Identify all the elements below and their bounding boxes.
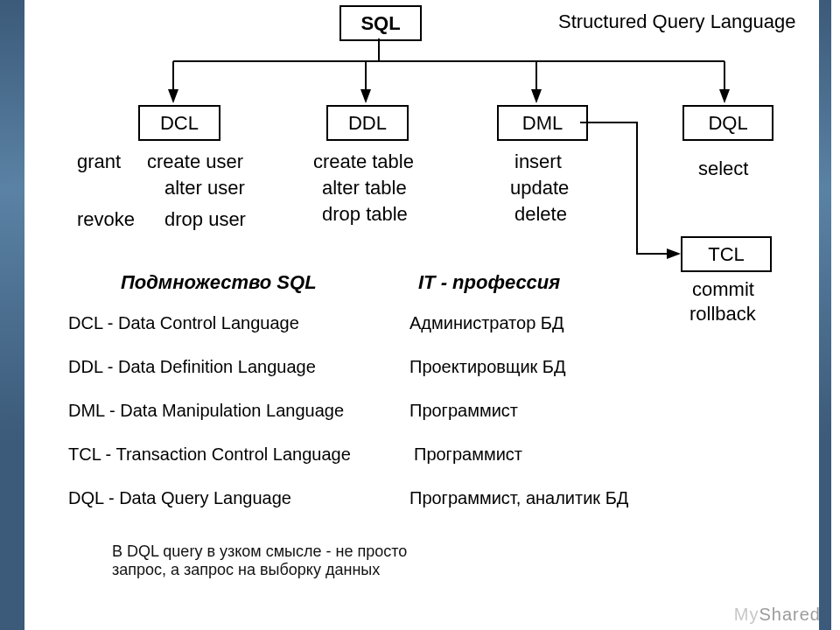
prof-3: Программист	[414, 444, 522, 465]
node-dql-label: DQL	[708, 112, 747, 134]
dcl-cmd-alteru: alter user	[164, 177, 245, 200]
node-dml: DML	[497, 105, 588, 141]
node-dql: DQL	[682, 105, 774, 141]
watermark-b: Shared	[760, 605, 822, 624]
slide-body: SQL Structured Query Language DCL DDL DM…	[24, 0, 840, 630]
node-ddl: DDL	[326, 105, 409, 141]
footnote: В DQL query в узком смысле - не просто з…	[112, 542, 407, 579]
prof-1: Проектировщик БД	[410, 357, 566, 377]
definitions-heading: Подмножество SQL	[121, 271, 317, 294]
dcl-cmd-revoke: revoke	[77, 208, 135, 231]
sql-subtitle: Structured Query Language	[558, 10, 796, 33]
dcl-cmd-grant: grant	[77, 150, 121, 173]
dcl-cmd-createu: create user	[147, 150, 243, 173]
ddl-cmd-createt: create table	[313, 150, 414, 173]
dcl-cmd-dropu: drop user	[164, 208, 246, 231]
def-dcl: DCL - Data Control Language	[68, 313, 299, 333]
prof-0: Администратор БД	[410, 313, 564, 333]
node-tcl-label: TCL	[708, 243, 745, 265]
slide-border-right	[819, 0, 831, 630]
node-tcl: TCL	[681, 236, 772, 272]
node-dcl: DCL	[138, 105, 220, 141]
node-dcl-label: DCL	[160, 112, 199, 134]
profession-heading: IT - профессия	[418, 271, 560, 294]
ddl-cmd-dropt: drop table	[322, 203, 408, 226]
tcl-cmd-commit: commit	[692, 278, 754, 301]
watermark: MyShared	[734, 605, 821, 625]
dml-cmd-insert: insert	[514, 150, 562, 173]
node-ddl-label: DDL	[348, 112, 387, 134]
prof-2: Программист	[410, 401, 518, 421]
node-dml-label: DML	[522, 112, 563, 134]
slide-border-left	[0, 0, 24, 630]
node-sql-label: SQL	[360, 12, 400, 34]
ddl-cmd-altert: alter table	[322, 177, 407, 200]
watermark-a: My	[734, 605, 760, 624]
dml-cmd-delete: delete	[514, 203, 567, 226]
def-dml: DML - Data Manipulation Language	[68, 401, 344, 421]
dql-cmd-select: select	[698, 158, 748, 180]
def-tcl: TCL - Transaction Control Language	[68, 444, 351, 465]
dml-cmd-update: update	[510, 177, 569, 200]
tcl-cmd-rollback: rollback	[690, 303, 756, 326]
def-dql: DQL - Data Query Language	[68, 488, 291, 508]
def-ddl: DDL - Data Definition Language	[68, 357, 316, 377]
prof-4: Программист, аналитик БД	[410, 488, 628, 508]
node-sql: SQL	[340, 5, 422, 41]
